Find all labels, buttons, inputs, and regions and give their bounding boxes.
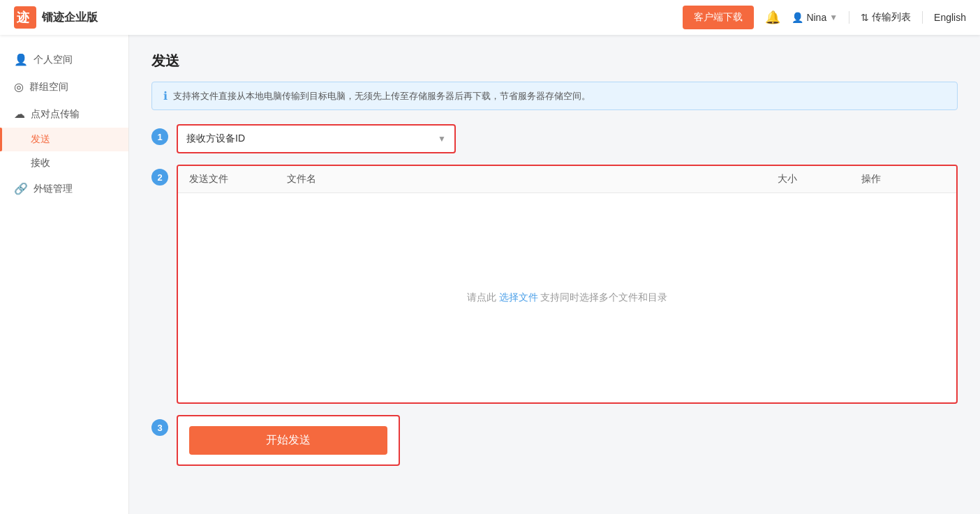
- send-box: 开始发送: [177, 415, 400, 466]
- sidebar-label-p2p: 点对点传输: [31, 108, 80, 121]
- logo-text: 镭迹企业版: [42, 10, 98, 25]
- step-2-row: 2 发送文件 文件名 大小 操作 请点此 选择文件: [151, 165, 958, 404]
- sidebar-label-send: 发送: [31, 133, 50, 146]
- layout: 👤 个人空间 ◎ 群组空间 ☁ 点对点传输 发送 接收 🔗 外链管理 发送 ℹ …: [0, 35, 980, 514]
- transfer-list-label: 传输列表: [872, 11, 911, 24]
- sidebar: 👤 个人空间 ◎ 群组空间 ☁ 点对点传输 发送 接收 🔗 外链管理: [0, 35, 129, 514]
- file-table-header: 发送文件 文件名 大小 操作: [178, 166, 956, 193]
- file-table-box: 发送文件 文件名 大小 操作 请点此 选择文件 支持同时选择多个文件和目录: [177, 165, 958, 404]
- step-3-content: 开始发送: [177, 415, 958, 466]
- sidebar-item-p2p-transfer[interactable]: ☁ 点对点传输: [0, 100, 128, 128]
- divider: [849, 11, 849, 24]
- sidebar-item-receive[interactable]: 接收: [0, 151, 128, 175]
- group-icon: ◎: [14, 80, 24, 93]
- main-content: 发送 ℹ 支持将文件直接从本地电脑传输到目标电脑，无须先上传至存储服务器后再下载…: [129, 35, 980, 514]
- device-id-box: 接收方设备ID ▼: [177, 124, 456, 153]
- header-right: 客户端下载 🔔 👤 Nina ▼ ⇅ 传输列表 English: [683, 6, 966, 29]
- sidebar-label-external-link: 外链管理: [34, 183, 73, 195]
- step-3-row: 3 开始发送: [151, 415, 958, 466]
- transfer-list-button[interactable]: ⇅ 传输列表: [861, 11, 911, 24]
- sidebar-item-external-link[interactable]: 🔗 外链管理: [0, 175, 128, 202]
- info-banner: ℹ 支持将文件直接从本地电脑传输到目标电脑，无须先上传至存储服务器后再下载，节省…: [151, 82, 958, 110]
- step-1-row: 1 接收方设备ID ▼: [151, 124, 958, 153]
- user-avatar-icon: 👤: [792, 12, 803, 23]
- steps-container: 1 接收方设备ID ▼ 2 发送文件 文件名: [151, 124, 958, 477]
- logo-icon: 迹: [14, 6, 36, 29]
- sidebar-label-group-space: 群组空间: [29, 81, 68, 93]
- link-icon: 🔗: [14, 182, 28, 195]
- cloud-icon: ☁: [14, 107, 25, 121]
- user-menu[interactable]: 👤 Nina ▼: [792, 12, 838, 23]
- step-2-content: 发送文件 文件名 大小 操作 请点此 选择文件 支持同时选择多个文件和目录: [177, 165, 958, 404]
- sidebar-item-personal-space[interactable]: 👤 个人空间: [0, 46, 128, 73]
- divider2: [922, 11, 923, 24]
- svg-text:迹: 迹: [16, 10, 30, 24]
- empty-text-suffix: 支持同时选择多个文件和目录: [540, 292, 667, 303]
- sidebar-label-personal-space: 个人空间: [34, 54, 73, 66]
- device-id-label: 接收方设备ID: [186, 133, 245, 145]
- file-table-empty: 请点此 选择文件 支持同时选择多个文件和目录: [467, 292, 668, 304]
- file-table-body: 请点此 选择文件 支持同时选择多个文件和目录: [178, 193, 956, 402]
- page-title: 发送: [151, 52, 958, 70]
- device-id-chevron-icon[interactable]: ▼: [438, 134, 446, 144]
- col-send-file: 发送文件: [189, 173, 287, 186]
- send-button[interactable]: 开始发送: [189, 426, 387, 455]
- transfer-icon: ⇅: [861, 12, 869, 23]
- step-1-badge: 1: [151, 128, 168, 145]
- user-name: Nina: [806, 12, 826, 23]
- col-action: 操作: [861, 173, 945, 186]
- empty-text-prefix: 请点此: [467, 292, 496, 303]
- language-switch[interactable]: English: [934, 12, 966, 23]
- sidebar-item-group-space[interactable]: ◎ 群组空间: [0, 73, 128, 100]
- info-icon: ℹ: [163, 89, 168, 103]
- step-3-badge: 3: [151, 419, 168, 436]
- step-1-content: 接收方设备ID ▼: [177, 124, 958, 153]
- chevron-down-icon: ▼: [829, 13, 838, 22]
- step-2-badge: 2: [151, 169, 168, 186]
- sidebar-label-receive: 接收: [31, 157, 50, 169]
- logo: 迹 镭迹企业版: [14, 6, 98, 29]
- device-id-input[interactable]: [256, 133, 432, 144]
- select-file-link[interactable]: 选择文件: [499, 292, 538, 303]
- sidebar-item-send[interactable]: 发送: [0, 128, 128, 151]
- col-filename: 文件名: [287, 173, 778, 186]
- download-button[interactable]: 客户端下载: [683, 6, 754, 29]
- header: 迹 镭迹企业版 客户端下载 🔔 👤 Nina ▼ ⇅ 传输列表 English: [0, 0, 980, 35]
- info-text: 支持将文件直接从本地电脑传输到目标电脑，无须先上传至存储服务器后再下载，节省服务…: [173, 90, 591, 103]
- col-size: 大小: [778, 173, 861, 186]
- bell-icon[interactable]: 🔔: [765, 10, 780, 25]
- person-icon: 👤: [14, 53, 28, 66]
